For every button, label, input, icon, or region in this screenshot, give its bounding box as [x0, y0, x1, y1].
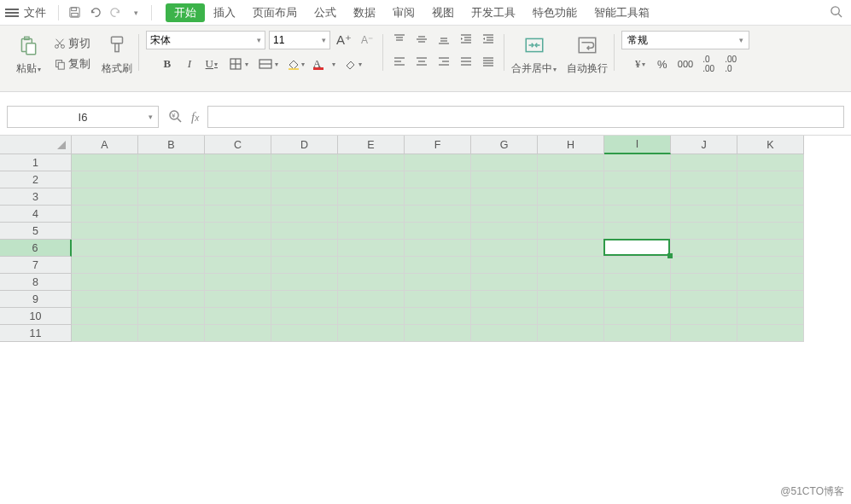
cell-C9[interactable] [205, 291, 271, 308]
cell-I6[interactable] [604, 240, 671, 257]
cell-G4[interactable] [471, 206, 538, 223]
font-name-select[interactable]: 宋体▾ [146, 31, 265, 49]
cell-B9[interactable] [138, 291, 205, 308]
cell-I9[interactable] [604, 291, 671, 308]
select-all-corner[interactable] [0, 136, 72, 154]
cell-E7[interactable] [338, 257, 405, 274]
cell-J11[interactable] [671, 325, 737, 342]
align-right-icon[interactable] [434, 53, 453, 70]
row-header-8[interactable]: 8 [0, 274, 72, 291]
clear-format-button[interactable]: ▾ [341, 55, 364, 73]
cell-H10[interactable] [538, 308, 604, 325]
cell-B4[interactable] [138, 206, 205, 223]
cell-G1[interactable] [471, 154, 538, 171]
quickbar-more-icon[interactable]: ▾ [127, 4, 144, 21]
search-icon[interactable] [826, 5, 846, 20]
cell-B8[interactable] [138, 274, 205, 291]
cell-J4[interactable] [671, 206, 737, 223]
cell-style-button[interactable]: ▾ [254, 55, 281, 73]
cell-I5[interactable] [604, 223, 671, 240]
cell-I1[interactable] [604, 154, 671, 171]
increase-decimal-icon[interactable]: .0.00 [699, 55, 718, 73]
cell-H2[interactable] [538, 171, 604, 188]
cell-H5[interactable] [538, 223, 604, 240]
row-header-9[interactable]: 9 [0, 291, 72, 308]
cell-I3[interactable] [604, 188, 671, 206]
col-header-E[interactable]: E [338, 136, 405, 154]
cell-A5[interactable] [72, 223, 138, 240]
save-icon[interactable] [66, 4, 83, 21]
cell-J2[interactable] [671, 171, 737, 188]
cell-C5[interactable] [205, 223, 271, 240]
cell-J9[interactable] [671, 291, 737, 308]
tab-developer[interactable]: 开发工具 [463, 3, 524, 22]
cell-F10[interactable] [405, 308, 471, 325]
cell-A10[interactable] [72, 308, 138, 325]
cell-E8[interactable] [338, 274, 405, 291]
cell-B1[interactable] [138, 154, 205, 171]
justify-icon[interactable] [457, 53, 475, 70]
col-header-K[interactable]: K [737, 136, 804, 154]
tab-special[interactable]: 特色功能 [524, 3, 586, 22]
cell-E5[interactable] [338, 223, 405, 240]
cell-E6[interactable] [338, 240, 405, 257]
cell-G3[interactable] [471, 188, 538, 206]
tab-home[interactable]: 开始 [166, 3, 205, 22]
cell-G8[interactable] [471, 274, 538, 291]
cell-D9[interactable] [271, 291, 338, 308]
cell-C6[interactable] [205, 240, 271, 257]
cell-G2[interactable] [471, 171, 538, 188]
tab-formulas[interactable]: 公式 [306, 3, 345, 22]
cell-C10[interactable] [205, 308, 271, 325]
cell-I4[interactable] [604, 206, 671, 223]
cell-D5[interactable] [271, 223, 338, 240]
fill-color-button[interactable]: ▾ [284, 55, 307, 73]
cell-K4[interactable] [737, 206, 804, 223]
cell-A9[interactable] [72, 291, 138, 308]
col-header-F[interactable]: F [405, 136, 471, 154]
cell-C4[interactable] [205, 206, 271, 223]
cell-J8[interactable] [671, 274, 737, 291]
cut-button[interactable]: 剪切 [51, 34, 93, 53]
cell-D10[interactable] [271, 308, 338, 325]
cell-K10[interactable] [737, 308, 804, 325]
col-header-B[interactable]: B [138, 136, 205, 154]
cell-H9[interactable] [538, 291, 604, 308]
cell-J6[interactable] [671, 240, 737, 257]
cell-J10[interactable] [671, 308, 737, 325]
cell-E3[interactable] [338, 188, 405, 206]
cell-E9[interactable] [338, 291, 405, 308]
cell-G11[interactable] [471, 325, 538, 342]
align-middle-icon[interactable] [412, 31, 431, 48]
distribute-icon[interactable] [479, 53, 498, 70]
cell-B10[interactable] [138, 308, 205, 325]
cell-I8[interactable] [604, 274, 671, 291]
cell-C8[interactable] [205, 274, 271, 291]
align-left-icon[interactable] [390, 53, 409, 70]
cell-B11[interactable] [138, 325, 205, 342]
col-header-I[interactable]: I [604, 136, 671, 154]
fill-handle[interactable] [667, 253, 673, 258]
cell-K1[interactable] [737, 154, 804, 171]
redo-icon[interactable] [107, 4, 124, 21]
cell-A11[interactable] [72, 325, 138, 342]
cell-B7[interactable] [138, 257, 205, 274]
row-header-6[interactable]: 6 [0, 240, 72, 257]
cell-A4[interactable] [72, 206, 138, 223]
cell-F2[interactable] [405, 171, 471, 188]
cell-I10[interactable] [604, 308, 671, 325]
bold-button[interactable]: B [158, 55, 177, 73]
italic-button[interactable]: I [180, 55, 199, 73]
cell-A6[interactable] [72, 240, 138, 257]
cell-E1[interactable] [338, 154, 405, 171]
align-top-icon[interactable] [390, 31, 409, 48]
col-header-H[interactable]: H [538, 136, 604, 154]
currency-button[interactable]: ¥▾ [631, 55, 650, 73]
fx-icon[interactable]: fx [191, 110, 199, 125]
cell-F6[interactable] [405, 240, 471, 257]
decrease-font-icon[interactable]: A⁻ [358, 31, 376, 49]
increase-font-icon[interactable]: A⁺ [334, 31, 354, 49]
cell-E11[interactable] [338, 325, 405, 342]
tab-review[interactable]: 审阅 [384, 3, 423, 22]
hamburger-icon[interactable] [5, 9, 19, 17]
